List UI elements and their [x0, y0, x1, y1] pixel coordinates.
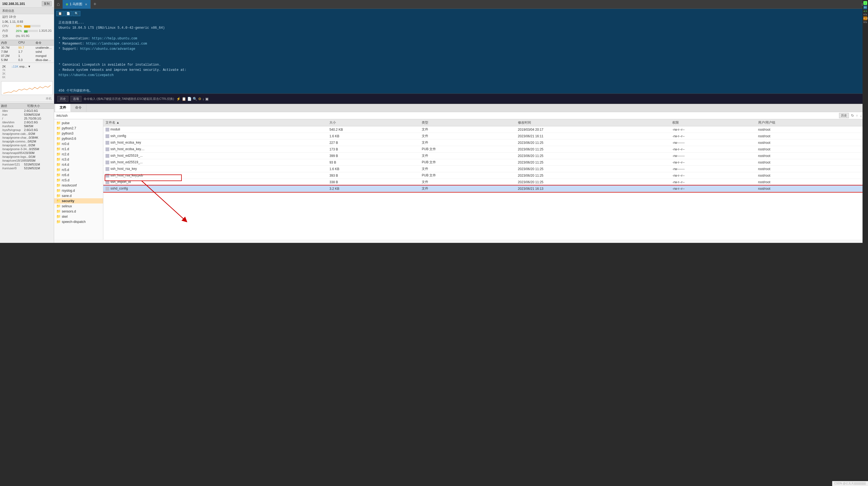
swap-row: 交换 0% 0/1.9G	[0, 33, 54, 38]
folder-name: rc5.d	[62, 168, 69, 172]
cmd-icon-terminal[interactable]: ▣	[205, 97, 209, 101]
mem-label: 内存	[2, 29, 16, 33]
file-icon	[105, 141, 109, 145]
folder-name: rc1.d	[62, 147, 69, 151]
disk-row: /run530M/531M	[0, 113, 54, 116]
file-type-cell: 文件	[420, 152, 434, 159]
options-button[interactable]: 选项	[70, 96, 82, 102]
disk-path: /snap/gtk-commo...	[2, 140, 28, 143]
cmd-icon-settings[interactable]: ⚙	[198, 97, 202, 101]
disk-row: /sys/fs/cgroup2.6G/2.6G	[0, 128, 54, 132]
home-button[interactable]: ⌂	[54, 1, 63, 7]
tree-folder-item[interactable]: 📁python3.6	[54, 136, 103, 141]
tree-folder-item[interactable]: 📁rc3.d	[54, 157, 103, 162]
tree-folder-item[interactable]: 📁rc0.d	[54, 141, 103, 146]
tree-folder-item[interactable]: 📁resolvconf	[54, 183, 103, 188]
disk-path: /sys/fs/cgroup	[2, 128, 24, 132]
tree-folder-item[interactable]: 📁sane.d	[54, 193, 103, 198]
copy-ip-button[interactable]: 复制	[42, 1, 52, 6]
net-val-6k: 6K	[2, 76, 5, 79]
fm-body: 📁pulse📁python2.7📁python3📁python3.6📁rc0.d…	[54, 119, 434, 239]
folder-icon: 📁	[56, 209, 61, 213]
term-line-blank	[59, 31, 434, 36]
disk-row: /dev2.6G/2.6G	[0, 109, 54, 113]
tree-folder-item[interactable]: 📁rsyslog.d	[54, 188, 103, 193]
disk-size: 0/255M	[29, 147, 45, 151]
table-row[interactable]: ssh_host_rsa_key.pub 393 B PUB 文件 2023/0…	[103, 172, 434, 179]
disk-row: /run/user/0531M/531M	[0, 166, 54, 170]
cmd-icon-copy[interactable]: 📋	[182, 97, 186, 101]
folder-icon: 📁	[56, 183, 61, 187]
folder-icon: 📁	[56, 178, 61, 182]
host-label: 本机	[45, 96, 52, 101]
disk-path: /run	[2, 113, 24, 116]
table-row[interactable]: ssh_host_ed25519_... 93 B PUB 文件 2023/06…	[103, 159, 434, 166]
net-host-label: 本机	[0, 96, 54, 101]
cmd-icon-download[interactable]: ↓	[203, 97, 205, 101]
term-blank3	[59, 57, 434, 62]
term-copy-btn[interactable]: 📋	[56, 11, 64, 16]
net-val-rows2: 3K	[2, 72, 52, 76]
folder-name: speech-dispatch	[62, 220, 86, 224]
terminal[interactable]: 📋 📄 🔍 正在连接主机... Ubuntu 18.04.5 LTS (GNU/…	[54, 9, 434, 93]
file-type-cell: PUB 文件	[420, 159, 434, 166]
tab-item-1[interactable]: 1 乌班图 ×	[63, 0, 91, 9]
tree-folder-item[interactable]: 📁rc4.d	[54, 162, 103, 167]
disk-size: 0/55M	[27, 159, 43, 162]
folder-name: python3.6	[62, 137, 76, 141]
disk-size: 531M/531M	[24, 167, 40, 170]
folder-name: rc3.d	[62, 158, 69, 161]
table-row[interactable]: ssh_host_ecdsa_key.... 173 B PUB 文件 2023…	[103, 146, 434, 152]
file-icon	[105, 167, 109, 171]
net-down: ↓11K	[11, 65, 18, 68]
tree-folder-item[interactable]: 📁python3	[54, 131, 103, 136]
file-size-cell: 393 B	[327, 172, 420, 179]
tree-folder-item[interactable]: 📁rc2.d	[54, 151, 103, 157]
table-row[interactable]: ssh_host_rsa_key 1.6 KB 文件 2023/06/20 11…	[103, 166, 434, 172]
tree-folder-item[interactable]: 📁sensors.d	[54, 209, 103, 214]
term-search-btn[interactable]: 🔍	[73, 11, 80, 16]
col-filename[interactable]: 文件名 ▲	[103, 119, 327, 126]
cmd-icon-paste[interactable]: 📄	[187, 97, 192, 101]
disk-size: 530M/531M	[24, 113, 40, 116]
tree-folder-item[interactable]: 📁speech-dispatch	[54, 219, 103, 224]
fm-tab-files[interactable]: 文件	[55, 104, 71, 112]
history-button[interactable]: 历史	[57, 96, 68, 102]
tree-folder-item[interactable]: 📁rc1.d	[54, 146, 103, 151]
table-row[interactable]: sshd_config 3.2 KB 文件 2023/06/21 16:13 -…	[103, 185, 434, 192]
term-paste-btn[interactable]: 📄	[64, 11, 72, 16]
tree-folder-item[interactable]: 📁selinux	[54, 203, 103, 209]
tree-folder-item[interactable]: 📁rc5.d	[54, 167, 103, 172]
table-row[interactable]: ssh_import_id 338 B 文件 2023/06/20 11:25 …	[103, 179, 434, 185]
disk-row: /snap/gnome-logs...0/1M	[0, 155, 54, 159]
file-icon	[105, 161, 109, 164]
file-size-cell: 3.2 KB	[327, 185, 420, 192]
tree-folder-item[interactable]: 📁python2.7	[54, 125, 103, 131]
col-type[interactable]: 类型	[420, 119, 434, 126]
tab-add-button[interactable]: +	[91, 1, 99, 7]
folder-icon: 📁	[56, 163, 61, 167]
tree-folder-item[interactable]: 📁skel	[54, 214, 103, 219]
tree-folder-item[interactable]: 📁security	[54, 198, 103, 203]
cmd-icon-search[interactable]: 🔍	[193, 97, 197, 101]
disk-path: /run/user/0	[2, 167, 24, 170]
fm-tab-cmd[interactable]: 命令	[71, 104, 86, 112]
file-type-cell: 文件	[420, 185, 434, 192]
cmd-icon-lightning[interactable]: ⚡	[176, 97, 181, 101]
col-size[interactable]: 大小	[327, 119, 420, 126]
file-type-cell: PUB 文件	[420, 146, 434, 152]
net-iface-row: 2K ↓11K enp... ▼	[2, 64, 52, 68]
tree-folder-item[interactable]: 📁rcS.d	[54, 177, 103, 183]
file-size-cell: 1.6 KB	[327, 133, 420, 140]
table-row[interactable]: ssh_host_ecdsa_key 227 B 文件 2023/06/20 1…	[103, 140, 434, 146]
proc-cmd: sshd	[35, 50, 53, 53]
table-row[interactable]: ssh_host_ed25519_... 399 B 文件 2023/06/20…	[103, 152, 434, 159]
disk-path: /snap/snapd/8542	[2, 151, 26, 154]
tree-folder-item[interactable]: 📁rc6.d	[54, 172, 103, 177]
tab-close-button[interactable]: ×	[85, 2, 87, 6]
table-row[interactable]: ssh_config 1.6 KB 文件 2023/06/21 16:11 -r…	[103, 133, 434, 140]
tree-folder-item[interactable]: 📁pulse	[54, 120, 103, 125]
term-line-mgmt: * Management: https://landscape.canonica…	[59, 41, 434, 47]
file-name-cell: sshd_config	[103, 185, 327, 192]
table-row[interactable]: moduli 540.2 KB 文件 2019/03/04 20:17 -rw-…	[103, 126, 434, 133]
